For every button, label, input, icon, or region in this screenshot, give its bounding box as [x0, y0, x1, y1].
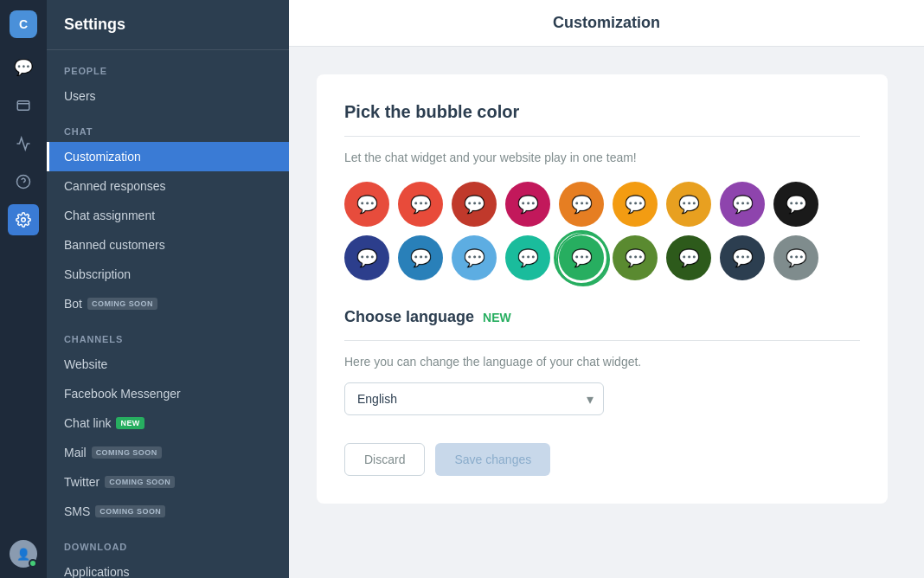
color-swatch[interactable]: 💬 [398, 235, 443, 280]
color-swatch[interactable]: 💬 [720, 235, 765, 280]
chat-bubble-icon: 💬 [464, 194, 485, 215]
color-swatch[interactable]: 💬 [452, 182, 497, 227]
bubble-section-desc: Let the chat widget and your website pla… [344, 151, 860, 164]
section-label-people: PEOPLE [47, 50, 289, 81]
main-area: Customization Pick the bubble color Let … [289, 0, 924, 578]
color-swatch-selected[interactable]: 💬 [559, 235, 604, 280]
section-label-channels: CHANNELS [47, 318, 289, 350]
chat-icon[interactable]: 💬 [8, 52, 39, 83]
sidebar-item-users[interactable]: Users [47, 81, 289, 111]
sms-coming-soon-badge: COMING SOON [95, 505, 165, 517]
help-icon[interactable] [8, 166, 39, 197]
main-content: Pick the bubble color Let the chat widge… [289, 47, 924, 578]
chat-bubble-icon: 💬 [786, 194, 807, 215]
sidebar-item-chat-link[interactable]: Chat link NEW [47, 408, 289, 438]
sidebar-item-twitter[interactable]: Twitter COMING SOON [47, 467, 289, 497]
chat-bubble-icon: 💬 [625, 194, 646, 215]
sidebar-item-label-sms: SMS [64, 504, 90, 518]
inbox-icon[interactable] [8, 90, 39, 121]
svg-point-3 [22, 218, 26, 222]
icon-rail: C 💬 👤 [0, 0, 47, 578]
sidebar-item-label-chat-link: Chat link [64, 416, 111, 430]
sidebar-item-canned-responses[interactable]: Canned responses [47, 171, 289, 201]
sidebar: Settings PEOPLE Users CHAT Customization… [47, 0, 289, 578]
svg-rect-0 [17, 101, 29, 111]
sidebar-item-label-bot: Bot [64, 297, 82, 311]
bot-coming-soon-badge: COMING SOON [87, 298, 157, 310]
customization-card: Pick the bubble color Let the chat widge… [317, 74, 888, 504]
chat-bubble-icon: 💬 [678, 194, 700, 215]
color-swatch[interactable]: 💬 [344, 235, 389, 280]
color-swatch[interactable]: 💬 [666, 235, 711, 280]
chat-bubble-icon: 💬 [786, 247, 807, 268]
save-button[interactable]: Save changes [435, 443, 550, 476]
sidebar-item-label-mail: Mail [64, 446, 87, 459]
chat-bubble-icon: 💬 [517, 194, 539, 215]
color-swatch[interactable]: 💬 [398, 182, 443, 227]
color-swatch[interactable]: 💬 [505, 182, 550, 227]
avatar[interactable]: 👤 [10, 540, 37, 568]
chat-bubble-icon: 💬 [678, 247, 700, 268]
analytics-icon[interactable] [8, 128, 39, 159]
color-swatch[interactable]: 💬 [559, 182, 604, 227]
sidebar-title: Settings [47, 0, 289, 50]
chat-bubble-icon: 💬 [571, 194, 593, 215]
sidebar-item-website[interactable]: Website [47, 350, 289, 379]
sidebar-item-facebook-messenger[interactable]: Facebook Messenger [47, 379, 289, 408]
chat-bubble-icon: 💬 [732, 247, 754, 268]
chat-bubble-icon: 💬 [517, 247, 539, 268]
settings-icon[interactable] [8, 204, 39, 235]
chat-bubble-icon: 💬 [571, 247, 593, 268]
mail-coming-soon-badge: COMING SOON [92, 446, 162, 459]
sidebar-item-chat-assignment[interactable]: Chat assignment [47, 201, 289, 230]
chat-bubble-icon: 💬 [625, 247, 646, 268]
online-indicator [29, 559, 37, 568]
color-swatch[interactable]: 💬 [505, 235, 550, 280]
language-description: Here you can change the language of your… [344, 355, 860, 369]
sidebar-item-customization[interactable]: Customization [47, 142, 289, 171]
sidebar-item-label-twitter: Twitter [64, 475, 99, 489]
section-label-chat: CHAT [47, 111, 289, 142]
color-swatch[interactable]: 💬 [773, 182, 818, 227]
chat-link-new-badge: NEW [116, 417, 144, 429]
twitter-coming-soon-badge: COMING SOON [105, 476, 175, 488]
sidebar-item-bot[interactable]: Bot COMING SOON [47, 289, 289, 318]
language-new-badge: NEW [483, 311, 511, 324]
discard-button[interactable]: Discard [344, 443, 425, 476]
color-swatch[interactable]: 💬 [613, 182, 658, 227]
color-grid: 💬 💬 💬 💬 💬 💬 💬 💬 💬 💬 💬 💬 💬 💬 💬 💬 💬 💬 [344, 182, 860, 280]
chat-bubble-icon: 💬 [464, 247, 485, 268]
sidebar-item-subscription[interactable]: Subscription [47, 260, 289, 289]
language-select[interactable]: English Spanish French German Portuguese… [344, 382, 604, 415]
sidebar-item-sms[interactable]: SMS COMING SOON [47, 497, 289, 526]
chat-bubble-icon: 💬 [410, 194, 432, 215]
sidebar-item-mail[interactable]: Mail COMING SOON [47, 438, 289, 467]
language-select-wrapper: English Spanish French German Portuguese… [344, 382, 604, 415]
action-buttons: Discard Save changes [344, 443, 860, 476]
color-swatch[interactable]: 💬 [666, 182, 711, 227]
color-swatch[interactable]: 💬 [613, 235, 658, 280]
main-header: Customization [289, 0, 924, 47]
chat-bubble-icon: 💬 [410, 247, 432, 268]
color-swatch[interactable]: 💬 [452, 235, 497, 280]
language-section-title: Choose language NEW [344, 308, 860, 341]
app-logo[interactable]: C [10, 10, 37, 38]
color-swatch[interactable]: 💬 [344, 182, 389, 227]
chat-bubble-icon: 💬 [356, 194, 378, 215]
chat-bubble-icon: 💬 [732, 194, 754, 215]
color-swatch[interactable]: 💬 [773, 235, 818, 280]
color-swatch[interactable]: 💬 [720, 182, 765, 227]
sidebar-item-banned-customers[interactable]: Banned customers [47, 230, 289, 260]
bubble-section-title: Pick the bubble color [344, 102, 860, 137]
sidebar-item-applications[interactable]: Applications [47, 557, 289, 578]
chat-bubble-icon: 💬 [356, 247, 378, 268]
section-label-download: DOWNLOAD [47, 526, 289, 557]
